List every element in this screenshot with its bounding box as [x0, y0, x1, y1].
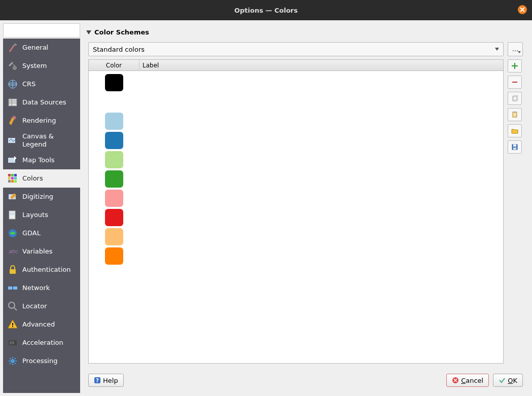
svg-line-40	[15, 363, 16, 364]
sidebar-item-digitizing[interactable]: Digitizing	[3, 188, 80, 206]
color-swatch[interactable]	[105, 228, 123, 245]
svg-rect-16	[11, 177, 14, 179]
sidebar-item-canvas-legend[interactable]: Canvas & Legend	[3, 130, 80, 151]
svg-text:abc: abc	[9, 248, 18, 254]
ok-button[interactable]: OK	[493, 374, 523, 387]
sidebar-item-system[interactable]: System	[3, 57, 80, 75]
color-cell	[89, 113, 139, 130]
export-colors-button[interactable]	[508, 140, 522, 154]
colors-table: Color Label	[88, 59, 504, 364]
svg-rect-11	[8, 158, 15, 163]
general-icon	[7, 42, 18, 53]
sidebar-item-label: GDAL	[22, 229, 76, 237]
dialog-footer: ? Help Cancel OK	[82, 370, 529, 393]
svg-line-39	[10, 358, 11, 359]
table-row[interactable]	[89, 73, 503, 92]
color-cell	[89, 74, 139, 91]
sidebar-item-locator[interactable]: Locator	[3, 297, 80, 315]
dropdown-caret-icon	[495, 48, 499, 51]
svg-line-42	[15, 358, 16, 359]
sidebar-item-map-tools[interactable]: Map Tools	[3, 151, 80, 169]
sidebar-item-crs[interactable]: CRS	[3, 75, 80, 93]
sidebar-item-label: Rendering	[22, 117, 76, 125]
remove-color-button[interactable]	[508, 76, 522, 89]
sidebar-item-variables[interactable]: abcVariables	[3, 242, 80, 261]
sidebar-item-processing[interactable]: Processing	[3, 352, 80, 370]
cancel-label: ancel	[466, 377, 483, 384]
th-label[interactable]: Label	[139, 60, 503, 70]
sidebar-search[interactable]	[3, 23, 80, 38]
search-input[interactable]	[8, 27, 84, 34]
color-swatch[interactable]	[105, 132, 123, 149]
svg-rect-23	[10, 212, 14, 215]
table-body	[89, 71, 503, 363]
crs-icon	[7, 79, 18, 90]
add-color-button[interactable]	[508, 59, 522, 73]
cancel-button[interactable]: Cancel	[446, 374, 489, 387]
sidebar-item-general[interactable]: General	[3, 39, 80, 57]
color-swatch[interactable]	[105, 93, 123, 111]
color-cell	[89, 170, 139, 188]
sidebar-item-layouts[interactable]: Layouts	[3, 206, 80, 224]
sidebar-item-colors[interactable]: Colors	[3, 169, 80, 188]
svg-rect-26	[10, 269, 16, 274]
network-icon	[7, 282, 18, 294]
nav-list: GeneralSystemCRSData SourcesRenderingCan…	[3, 39, 80, 393]
table-row[interactable]	[89, 208, 503, 227]
sidebar-item-label: Map Tools	[22, 156, 76, 164]
sidebar-item-authentication[interactable]: Authentication	[3, 261, 80, 279]
sidebar-item-acceleration[interactable]: Acceleration	[3, 334, 80, 352]
color-swatch[interactable]	[105, 151, 123, 168]
sidebar: GeneralSystemCRSData SourcesRenderingCan…	[3, 23, 80, 393]
scheme-menu-button[interactable]: …	[508, 42, 523, 56]
color-cell	[89, 209, 139, 226]
close-button[interactable]	[518, 5, 527, 14]
sidebar-item-data-sources[interactable]: Data Sources	[3, 93, 80, 112]
titlebar: Options — Colors	[0, 0, 532, 20]
scheme-selected-label: Standard colors	[93, 46, 145, 53]
digitizing-icon	[7, 191, 18, 202]
sidebar-item-label: Advanced	[22, 320, 76, 329]
sidebar-item-label: Canvas & Legend	[22, 132, 76, 148]
section-header[interactable]: Color Schemes	[82, 23, 529, 40]
sidebar-item-gdal[interactable]: GDAL	[3, 224, 80, 242]
svg-rect-17	[14, 177, 17, 179]
close-icon	[520, 7, 525, 12]
sidebar-item-label: Network	[22, 284, 76, 292]
processing-icon	[7, 355, 18, 367]
table-row[interactable]	[89, 112, 503, 131]
color-swatch[interactable]	[105, 247, 123, 265]
sidebar-item-advanced[interactable]: !Advanced	[3, 315, 80, 334]
table-row[interactable]	[89, 150, 503, 169]
sidebar-item-rendering[interactable]: Rendering	[3, 112, 80, 130]
color-swatch[interactable]	[105, 74, 123, 91]
table-row[interactable]	[89, 227, 503, 246]
map-tools-icon	[7, 155, 18, 166]
scheme-select[interactable]: Standard colors	[88, 42, 504, 56]
table-row[interactable]	[89, 131, 503, 150]
acceleration-icon	[7, 337, 18, 348]
color-swatch[interactable]	[105, 209, 123, 226]
table-row[interactable]	[89, 92, 503, 112]
table-row[interactable]	[89, 246, 503, 266]
dropdown-small-caret-icon	[518, 51, 521, 53]
th-color[interactable]: Color	[89, 60, 139, 70]
cancel-icon	[452, 377, 459, 384]
sidebar-item-network[interactable]: Network	[3, 279, 80, 297]
color-swatch[interactable]	[105, 113, 123, 130]
svg-rect-46	[514, 112, 516, 113]
svg-rect-32	[10, 341, 12, 344]
help-button[interactable]: ? Help	[88, 374, 124, 387]
color-cell	[89, 228, 139, 245]
color-swatch[interactable]	[105, 170, 123, 188]
import-colors-button[interactable]	[508, 124, 522, 137]
copy-color-button[interactable]	[508, 92, 522, 105]
svg-line-41	[10, 363, 11, 364]
sidebar-item-label: Data Sources	[22, 98, 76, 106]
paste-color-button[interactable]	[508, 108, 522, 121]
color-swatch[interactable]	[105, 190, 123, 207]
sidebar-item-label: Acceleration	[22, 339, 76, 347]
table-row[interactable]	[89, 189, 503, 208]
window-title: Options — Colors	[234, 7, 298, 14]
table-row[interactable]	[89, 169, 503, 189]
